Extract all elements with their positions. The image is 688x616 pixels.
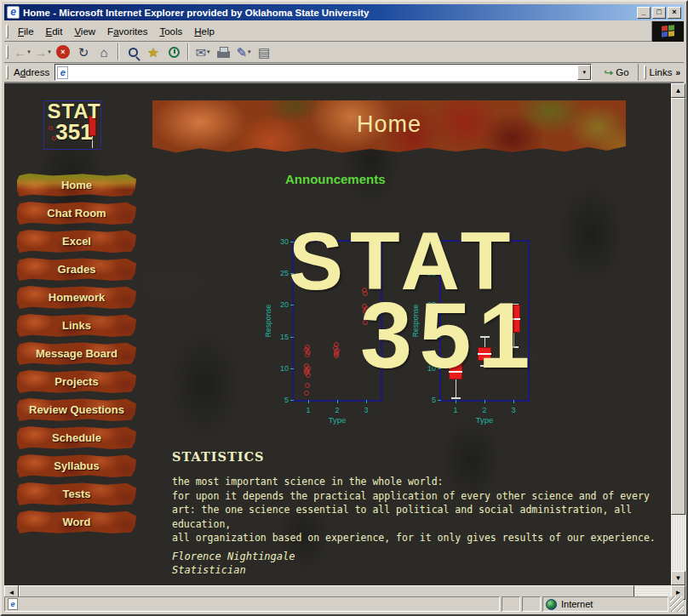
vertical-scrollbar[interactable]: ▲ ▼ [671,83,685,585]
menu-item-file[interactable]: File [12,24,40,39]
sidebar-item-word[interactable]: Word [17,510,136,533]
x-tick-label: 2 [335,406,339,414]
y-tick-label: 25 [280,269,289,277]
home-button[interactable]: ⌂ [94,43,114,61]
x-tick [308,400,309,403]
security-zone-pane: Internet [542,596,668,612]
internet-globe-icon [546,599,557,610]
scroll-down-button[interactable]: ▼ [671,571,685,585]
quote-attribution: Florence Nightingale Statistician [172,550,295,577]
sidebar-item-review-questions[interactable]: Review Questions [17,398,136,421]
sidebar-item-home[interactable]: Home [17,174,136,197]
stop-button[interactable]: × [53,43,73,61]
stat351-logo: STAT 351 [35,95,113,158]
sidebar-item-grades[interactable]: Grades [17,258,136,281]
data-point [363,291,368,296]
y-tick [290,400,294,401]
sidebar-item-message-board[interactable]: Message Board [17,342,136,365]
y-axis-label: Response [411,305,420,337]
links-chevron-icon[interactable]: » [675,68,680,77]
data-point [363,309,368,314]
address-dropdown-button[interactable]: ▾ [577,65,591,80]
menu-item-help[interactable]: Help [188,24,221,39]
y-tick-label: 5 [284,396,289,404]
close-button[interactable]: × [668,7,681,19]
title-bar[interactable]: e Home - Microsoft Internet Explorer pro… [4,4,684,20]
menu-items: FileEditViewFavoritesToolsHelp [12,26,221,37]
x-tick [366,400,367,403]
y-tick [290,337,294,338]
ie-throbber [651,21,684,42]
sidebar-item-links[interactable]: Links [17,314,136,337]
discuss-button[interactable]: ▤ [254,43,274,61]
favorites-button[interactable]: ★ [143,43,163,61]
links-label: Links [650,67,673,77]
menu-item-favorites[interactable]: Favorites [101,24,153,39]
announcements-heading: Announcements [285,172,386,186]
sidebar-item-label: Message Board [36,347,118,360]
sidebar-item-label: Schedule [52,431,101,444]
whisker-cap [480,336,490,338]
browser-window: e Home - Microsoft Internet Explorer pro… [0,0,688,616]
history-button[interactable] [163,43,184,61]
menu-item-tools[interactable]: Tools [153,24,188,39]
status-page-icon: e [8,598,18,610]
sidebar-item-label: Grades [58,263,96,276]
x-tick [484,400,485,403]
sidebar-item-excel[interactable]: Excel [17,230,136,253]
y-tick [438,400,441,401]
y-tick [290,305,294,305]
y-tick [438,305,441,305]
forward-icon: → [34,46,47,59]
refresh-icon: ↻ [78,46,89,59]
links-section[interactable]: Links » [638,64,684,81]
go-button[interactable]: ↪ Go [599,66,634,80]
address-bar: Address e ▾ ↪ Go Links » [4,63,684,83]
back-button[interactable]: ←▾ [12,43,32,61]
status-pane-1 [502,596,520,612]
go-arrow-icon: ↪ [604,66,613,79]
search-button[interactable] [123,43,143,61]
menubar-drag-handle[interactable] [6,25,9,38]
sidebar-item-label: Word [63,516,91,528]
mail-button[interactable]: ✉▾ [192,43,213,61]
forward-button[interactable]: →▾ [32,43,53,61]
menu-item-edit[interactable]: Edit [40,24,69,39]
links-drag-handle[interactable] [644,66,646,79]
refresh-button[interactable]: ↻ [73,43,94,61]
chevron-down-icon: ▾ [27,48,31,55]
x-tick-label: 1 [306,406,310,414]
sidebar-item-chat-room[interactable]: Chat Room [17,202,136,225]
sidebar-item-label: Links [62,319,91,332]
y-tick [290,242,294,242]
x-tick [337,400,338,403]
sidebar-item-tests[interactable]: Tests [17,482,136,505]
addressbar-drag-handle[interactable] [6,66,9,79]
discuss-icon: ▤ [258,46,270,59]
y-tick-label: 30 [427,237,436,246]
x-axis-label: Type [476,415,494,425]
resize-grip[interactable] [670,596,684,612]
sidebar-item-projects[interactable]: Projects [17,370,136,393]
minimize-button[interactable]: _ [637,7,651,19]
go-label: Go [616,67,628,77]
scroll-up-button[interactable]: ▲ [671,83,685,98]
sidebar-item-label: Tests [63,488,91,500]
back-icon: ← [14,46,26,59]
x-tick-label: 2 [482,406,486,414]
y-tick-label: 15 [280,333,289,341]
menu-item-view[interactable]: View [68,24,101,39]
address-input[interactable] [71,66,577,79]
toolbar-drag-handle[interactable] [6,45,9,59]
sidebar-item-syllabus[interactable]: Syllabus [17,454,136,477]
data-point [305,352,310,357]
vertical-scroll-thumb[interactable] [671,98,685,515]
sidebar-item-homework[interactable]: Homework [17,286,136,309]
maximize-button[interactable]: □ [652,7,666,19]
print-button[interactable] [213,43,233,61]
whisker-cap [480,365,490,367]
sidebar-item-schedule[interactable]: Schedule [17,426,136,449]
statistics-quote: the most important science in the whole … [172,475,662,545]
edit-button[interactable]: ✎▾ [233,43,254,61]
mail-icon: ✉ [195,46,206,59]
